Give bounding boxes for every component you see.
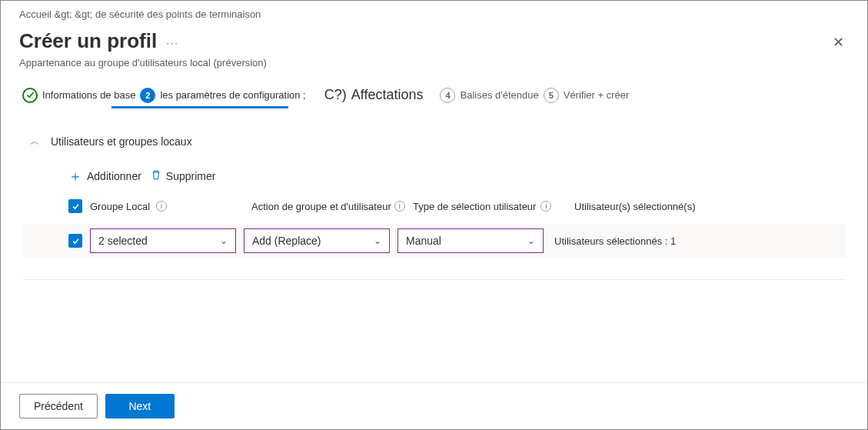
plus-icon: ＋ — [68, 167, 82, 185]
delete-label: Supprimer — [166, 170, 216, 182]
breadcrumb[interactable]: Accueil &gt; &gt; de sécurité des points… — [1, 1, 867, 23]
step-4-label[interactable]: Balises d'étendue — [460, 89, 538, 101]
col-users: Utilisateur(s) sélectionné(s) — [574, 201, 696, 212]
chevron-down-icon: ⌄ — [374, 235, 381, 246]
selected-users-text: Utilisateurs sélectionnés : 1 — [551, 235, 846, 247]
section-title: Utilisateurs et groupes locaux — [51, 135, 192, 148]
chevron-up-icon: ︿ — [30, 135, 40, 148]
active-step-underline — [111, 106, 288, 108]
step-2-label[interactable]: les paramètres de configuration ; — [160, 89, 305, 101]
action-dropdown[interactable]: Add (Replace) ⌄ — [244, 228, 390, 253]
step-2-icon: 2 — [140, 88, 155, 103]
page-title: Créer un profil — [19, 29, 157, 53]
page-subtitle: Appartenance au groupe d'utilisateurs lo… — [1, 55, 867, 87]
step-5-icon: 5 — [544, 88, 559, 103]
type-dropdown[interactable]: Manual ⌄ — [397, 228, 544, 253]
info-icon[interactable]: i — [394, 201, 405, 212]
divider — [22, 279, 846, 280]
step-4-icon: 4 — [440, 88, 455, 103]
chevron-down-icon: ⌄ — [220, 235, 228, 246]
footer: Précédent Next — [1, 382, 867, 429]
step-3-num: C?) — [324, 87, 347, 103]
close-icon[interactable]: ✕ — [828, 29, 849, 55]
more-actions[interactable]: ··· — [166, 37, 179, 48]
type-value: Manual — [406, 235, 441, 247]
info-icon[interactable]: i — [156, 201, 167, 212]
local-group-dropdown[interactable]: 2 selected ⌄ — [90, 228, 236, 253]
section-toggle[interactable]: ︿ Utilisateurs et groupes locaux — [22, 130, 846, 167]
info-icon[interactable]: i — [540, 201, 551, 212]
previous-button[interactable]: Précédent — [19, 394, 98, 418]
table-row: 2 selected ⌄ Add (Replace) ⌄ Manual ⌄ Ut… — [22, 224, 846, 258]
select-all-checkbox[interactable] — [68, 199, 82, 213]
step-5-label[interactable]: Vérifier + créer — [564, 89, 630, 101]
row-checkbox[interactable] — [68, 234, 82, 248]
step-1-check-icon — [22, 88, 38, 103]
col-local-group: Groupe Local — [90, 201, 150, 212]
next-button[interactable]: Next — [105, 394, 175, 418]
col-type: Type de sélection utilisateur — [413, 201, 536, 212]
chevron-down-icon: ⌄ — [527, 235, 535, 246]
delete-button[interactable]: Supprimer — [151, 169, 216, 183]
add-label: Additionner — [87, 170, 141, 182]
action-value: Add (Replace) — [252, 235, 321, 247]
step-3-label[interactable]: Affectations — [351, 87, 424, 103]
col-action: Action de groupe et d'utilisateur — [251, 201, 391, 212]
add-button[interactable]: ＋ Additionner — [68, 167, 141, 185]
local-group-value: 2 selected — [98, 235, 148, 247]
wizard-stepper: Informations de base 2 les paramètres de… — [22, 87, 846, 103]
trash-icon — [151, 169, 161, 183]
step-1-label[interactable]: Informations de base — [42, 89, 135, 101]
column-headers: Groupe Local i Action de groupe et d'uti… — [22, 199, 846, 213]
